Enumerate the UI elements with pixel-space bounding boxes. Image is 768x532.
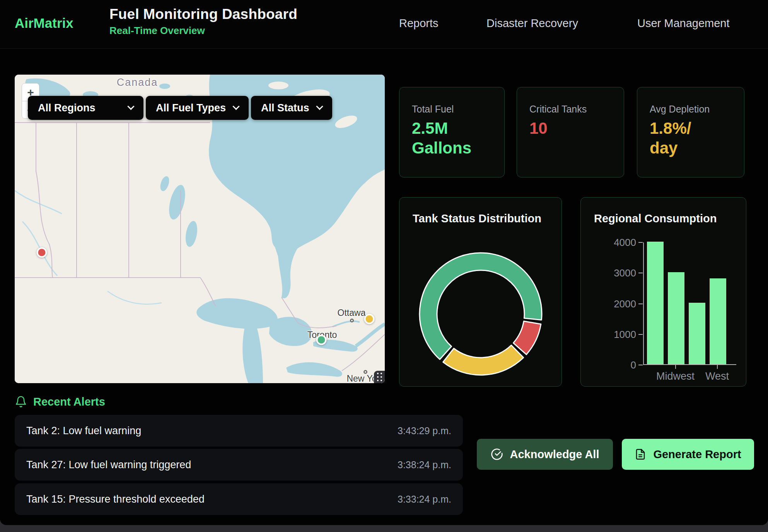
title-block: Fuel Monitoring Dashboard Real-Time Over…: [109, 6, 297, 37]
alert-time: 3:38:24 p.m.: [398, 459, 451, 471]
y-tick: [638, 273, 643, 273]
alert-text: Tank 27: Low fuel warning triggered: [26, 459, 398, 471]
chevron-down-icon: [316, 103, 323, 110]
page-subtitle: Real-Time Overview: [109, 25, 297, 37]
tank-status-distribution-card: Tank Status Distribution: [399, 197, 562, 387]
map-town-dot: [364, 370, 367, 374]
alert-row[interactable]: Tank 15: Pressure threshold exceeded 3:3…: [15, 483, 463, 515]
top-bar: AirMatrix Fuel Monitoring Dashboard Real…: [0, 0, 768, 49]
generate-report-label: Generate Report: [653, 448, 741, 461]
y-tick: [638, 365, 643, 365]
y-tick-label: 0: [609, 359, 636, 371]
x-tick: [717, 365, 718, 369]
donut-slice-critical: [514, 321, 541, 355]
file-text-icon: [635, 448, 646, 460]
y-tick: [638, 242, 643, 243]
region-filter-value: All Regions: [38, 102, 123, 114]
stat-value: 10: [529, 118, 548, 138]
alert-text: Tank 2: Low fuel warning: [26, 425, 398, 437]
alert-row[interactable]: Tank 2: Low fuel warning 3:43:29 p.m.: [15, 415, 463, 447]
fuel-type-filter-dropdown[interactable]: All Fuel Types: [146, 96, 249, 120]
map-drag-handle[interactable]: [374, 371, 385, 383]
nav-reports[interactable]: Reports: [399, 17, 439, 30]
nav-user-management[interactable]: User Management: [637, 17, 730, 30]
y-tick: [638, 334, 643, 335]
stat-label: Critical Tanks: [529, 104, 587, 115]
stat-card-total-fuel: Total Fuel 2.5M Gallons: [399, 87, 505, 177]
alert-row[interactable]: Tank 27: Low fuel warning triggered 3:38…: [15, 449, 463, 481]
stat-card-critical-tanks: Critical Tanks 10: [517, 87, 624, 177]
y-tick-label: 1000: [609, 329, 636, 340]
regional-consumption-card: Regional Consumption 01000200030004000Mi…: [580, 197, 746, 387]
stat-label: Avg Depletion: [650, 104, 710, 115]
map-town-dot: [350, 319, 354, 322]
map-canvas[interactable]: [15, 75, 385, 383]
tank-marker-warning[interactable]: [364, 314, 375, 324]
map-filter-bar: All Regions All Fuel Types All Status: [28, 96, 332, 120]
alert-time: 3:43:29 p.m.: [398, 425, 451, 437]
bell-icon: [15, 395, 27, 408]
nav-disaster-recovery[interactable]: Disaster Recovery: [486, 17, 578, 30]
dashboard-window: AirMatrix Fuel Monitoring Dashboard Real…: [0, 0, 768, 525]
stat-label: Total Fuel: [412, 104, 454, 115]
tank-marker-normal[interactable]: [316, 335, 327, 345]
regional-consumption-bar-chart: [643, 242, 736, 365]
page-title: Fuel Monitoring Dashboard: [109, 6, 297, 22]
x-tick-label: West: [690, 370, 744, 382]
bar-midwest: [668, 272, 684, 364]
status-filter-dropdown[interactable]: All Status: [251, 96, 332, 120]
acknowledge-all-label: Acknowledge All: [510, 448, 599, 461]
alert-time: 3:33:24 p.m.: [398, 494, 451, 505]
check-circle-icon: [491, 448, 503, 460]
stat-value: 2.5M Gallons: [412, 118, 471, 158]
alerts-header: Recent Alerts: [15, 395, 105, 408]
acknowledge-all-button[interactable]: Acknowledge All: [477, 439, 613, 470]
donut-slice-warning: [443, 345, 524, 375]
map-island: [268, 82, 288, 89]
window-bottom-edge: [0, 525, 768, 532]
generate-report-button[interactable]: Generate Report: [622, 439, 754, 470]
y-tick-label: 2000: [609, 298, 636, 310]
alert-text: Tank 15: Pressure threshold exceeded: [26, 493, 398, 505]
stat-value: 1.8%/ day: [650, 118, 691, 158]
y-tick-label: 4000: [609, 237, 636, 248]
x-tick: [675, 365, 676, 369]
bar-west: [710, 278, 726, 364]
tank-marker-critical[interactable]: [37, 247, 47, 258]
bar-region-3: [689, 303, 705, 364]
brand-logo: AirMatrix: [15, 15, 73, 31]
status-filter-value: All Status: [261, 102, 312, 114]
region-filter-dropdown[interactable]: All Regions: [28, 96, 143, 120]
map-lake: [159, 84, 170, 89]
tank-status-donut-chart: [399, 198, 561, 386]
bar-region-1: [647, 242, 664, 364]
y-tick-label: 3000: [609, 267, 636, 279]
y-tick: [638, 304, 643, 304]
fleet-map[interactable]: + − All Regions All Fuel Types All Statu…: [15, 75, 385, 383]
chevron-down-icon: [232, 103, 239, 110]
fuel-type-filter-value: All Fuel Types: [156, 102, 228, 114]
stat-card-avg-depletion: Avg Depletion 1.8%/ day: [637, 87, 744, 177]
chevron-down-icon: [127, 103, 134, 110]
alerts-title: Recent Alerts: [33, 396, 105, 408]
